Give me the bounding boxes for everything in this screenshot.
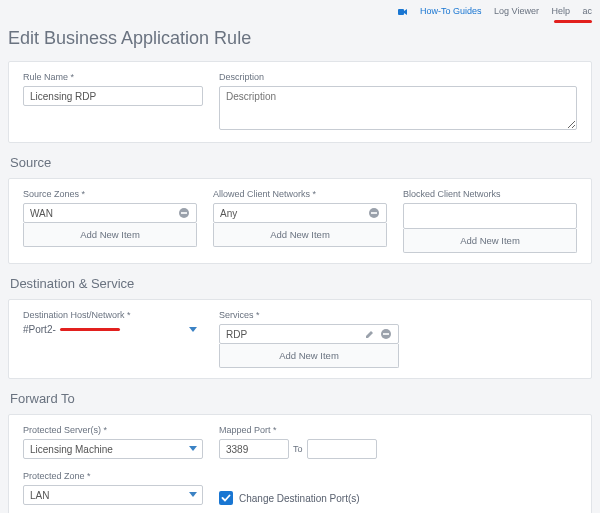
protected-server-label: Protected Server(s) *	[23, 425, 203, 435]
change-destination-checkbox[interactable]	[219, 491, 233, 505]
allowed-networks-box[interactable]: Any	[213, 203, 387, 223]
page-title: Edit Business Application Rule	[8, 28, 592, 49]
rule-name-input[interactable]	[23, 86, 203, 106]
mapped-port-to-label: To	[293, 444, 303, 454]
mapped-port-from-input[interactable]	[219, 439, 289, 459]
destination-section-title: Destination & Service	[10, 276, 592, 291]
destination-host-select[interactable]: #Port2-	[23, 324, 203, 335]
svg-rect-4	[371, 212, 377, 214]
remove-icon[interactable]	[178, 207, 190, 219]
protected-zone-label: Protected Zone *	[23, 471, 203, 481]
destination-panel: Destination Host/Network * #Port2- Servi…	[8, 299, 592, 379]
allowed-network-item[interactable]: Any	[214, 204, 386, 222]
service-item[interactable]: RDP	[220, 325, 398, 343]
description-textarea[interactable]	[219, 86, 577, 130]
svg-rect-2	[181, 212, 187, 214]
svg-rect-0	[398, 9, 404, 15]
blocked-networks-box[interactable]	[403, 203, 577, 229]
source-zone-item[interactable]: WAN	[24, 204, 196, 222]
destination-host-value: #Port2-	[23, 324, 56, 335]
rule-panel: Rule Name * Description	[8, 61, 592, 143]
services-label: Services *	[219, 310, 399, 320]
howto-guides-link[interactable]: How-To Guides	[388, 6, 484, 16]
change-destination-checkbox-row: Change Destination Port(s)	[219, 491, 360, 505]
allowed-networks-label: Allowed Client Networks *	[213, 189, 387, 199]
svg-rect-6	[383, 333, 389, 335]
top-links: How-To Guides Log Viewer Help ac	[8, 6, 592, 26]
allowed-network-item-label: Any	[220, 208, 237, 219]
camera-icon	[398, 6, 410, 16]
source-zone-item-label: WAN	[30, 208, 53, 219]
edit-icon[interactable]	[364, 328, 376, 340]
source-panel: Source Zones * WAN Add New Item Allowed …	[8, 178, 592, 264]
log-viewer-link[interactable]: Log Viewer	[494, 6, 539, 16]
mapped-port-to-input[interactable]	[307, 439, 377, 459]
help-link[interactable]: Help	[551, 6, 570, 16]
description-label: Description	[219, 72, 577, 82]
protected-server-select[interactable]	[23, 439, 203, 459]
redaction-mark	[554, 20, 592, 23]
mapped-port-label: Mapped Port *	[219, 425, 577, 435]
services-box[interactable]: RDP	[219, 324, 399, 344]
change-destination-label: Change Destination Port(s)	[239, 493, 360, 504]
forward-section-title: Forward To	[10, 391, 592, 406]
remove-icon[interactable]	[368, 207, 380, 219]
service-item-label: RDP	[226, 329, 247, 340]
remove-icon[interactable]	[380, 328, 392, 340]
destination-host-label: Destination Host/Network *	[23, 310, 203, 320]
source-zones-add-button[interactable]: Add New Item	[23, 223, 197, 247]
redaction-mark	[60, 328, 120, 331]
forward-panel: Protected Server(s) * Mapped Port * To P…	[8, 414, 592, 513]
account-link[interactable]: ac	[582, 6, 592, 16]
source-zones-label: Source Zones *	[23, 189, 197, 199]
services-add-button[interactable]: Add New Item	[219, 344, 399, 368]
protected-zone-select[interactable]	[23, 485, 203, 505]
allowed-networks-add-button[interactable]: Add New Item	[213, 223, 387, 247]
blocked-networks-add-button[interactable]: Add New Item	[403, 229, 577, 253]
source-section-title: Source	[10, 155, 592, 170]
blocked-networks-label: Blocked Client Networks	[403, 189, 577, 199]
source-zones-box[interactable]: WAN	[23, 203, 197, 223]
rule-name-label: Rule Name *	[23, 72, 203, 82]
